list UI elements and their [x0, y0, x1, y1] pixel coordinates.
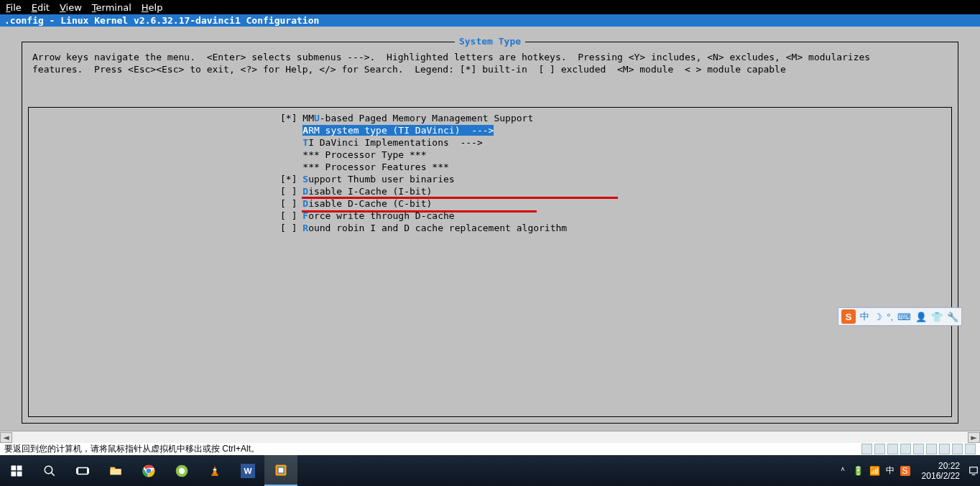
scroll-right-button[interactable]: ►: [968, 432, 980, 443]
status-icon[interactable]: [874, 444, 885, 454]
menuconfig-item[interactable]: TI DaVinci Implementations --->: [29, 136, 951, 149]
menuconfig-item[interactable]: [ ] Round robin I and D cache replacemen…: [29, 222, 951, 234]
menu-help[interactable]: Help: [142, 2, 163, 13]
svg-rect-15: [213, 469, 217, 470]
wps-button[interactable]: W: [231, 455, 264, 486]
ime-punct-icon[interactable]: °,: [887, 312, 893, 322]
svg-rect-21: [970, 467, 978, 472]
system-tray: ＾ 🔋 📶 中 S: [834, 464, 915, 477]
terminal-area: .config - Linux Kernel v2.6.32.17-davinc…: [0, 14, 980, 431]
taskbar-clock[interactable]: 20:22 2016/2/22: [915, 461, 967, 481]
menuconfig-item[interactable]: *** Processor Features ***: [29, 161, 951, 173]
menuconfig-item[interactable]: [ ] Disable I-Cache (I-bit): [29, 185, 951, 197]
svg-rect-14: [212, 474, 218, 475]
notifications-button[interactable]: [967, 455, 980, 486]
taskview-button[interactable]: [66, 455, 99, 486]
tray-ime2[interactable]: S: [900, 466, 910, 476]
tray-chevron-icon[interactable]: ＾: [838, 464, 847, 477]
menuconfig-item[interactable]: [ ] Disable D-Cache (C-bit): [29, 197, 951, 210]
ime-lang[interactable]: 中: [860, 310, 869, 323]
menuconfig-outer-box: System Type Arrow keys navigate the menu…: [22, 42, 958, 424]
windows-taskbar: W ＾ 🔋 📶 中 S 20:22 2016/2/22: [0, 455, 980, 486]
menu-file[interactable]: File: [6, 2, 22, 13]
status-icon[interactable]: [926, 444, 937, 454]
search-button[interactable]: [33, 455, 66, 486]
tray-wifi-icon[interactable]: 📶: [869, 466, 880, 476]
svg-rect-19: [278, 467, 284, 472]
status-icon[interactable]: [900, 444, 911, 454]
scroll-track[interactable]: [12, 432, 968, 443]
menu-terminal[interactable]: Terminal: [92, 2, 131, 13]
ime-badge-icon[interactable]: S: [841, 309, 856, 324]
config-title: .config - Linux Kernel v2.6.32.17-davinc…: [0, 14, 980, 27]
chrome-button[interactable]: [132, 455, 165, 486]
svg-rect-6: [78, 467, 88, 474]
tray-ime1[interactable]: 中: [886, 464, 895, 477]
start-button[interactable]: [0, 455, 33, 486]
horizontal-scrollbar[interactable]: ◄ ►: [0, 431, 980, 443]
vmware-button[interactable]: [264, 455, 297, 486]
config-body: System Type Arrow keys navigate the menu…: [0, 29, 980, 431]
scroll-left-button[interactable]: ◄: [0, 432, 12, 443]
vlc-button[interactable]: [198, 455, 231, 486]
clock-time: 20:22: [922, 461, 960, 471]
menuconfig-item[interactable]: *** Processor Type ***: [29, 149, 951, 161]
svg-rect-8: [88, 469, 89, 473]
svg-rect-2: [11, 471, 17, 476]
menuconfig-item[interactable]: [*] MMU-based Paged Memory Management Su…: [29, 112, 951, 124]
menuconfig-title: System Type: [455, 36, 525, 47]
ime-toolbar[interactable]: S 中 ☽ °, ⌨ 👤 👕 🔧: [838, 307, 962, 326]
svg-rect-7: [77, 469, 78, 473]
ime-moon-icon[interactable]: ☽: [874, 312, 882, 322]
vmware-status-icons: [861, 444, 976, 454]
status-icon[interactable]: [965, 444, 976, 454]
annotation-underline-1: [302, 197, 618, 199]
status-icon[interactable]: [913, 444, 924, 454]
svg-line-5: [51, 472, 55, 476]
vmware-hint-text: 要返回到您的计算机，请将鼠标指针从虚拟机中移出或按 Ctrl+Alt。: [4, 443, 259, 455]
menuconfig-item[interactable]: [*] Support Thumb user binaries: [29, 173, 951, 185]
terminal-menubar: File Edit View Terminal Help: [0, 0, 980, 14]
menu-view[interactable]: View: [60, 2, 82, 13]
vmware-hint-bar: 要返回到您的计算机，请将鼠标指针从虚拟机中移出或按 Ctrl+Alt。: [0, 443, 980, 455]
ime-skin-icon[interactable]: 👕: [931, 312, 943, 322]
menuconfig-list[interactable]: [*] MMU-based Paged Memory Management Su…: [28, 107, 952, 417]
status-icon[interactable]: [887, 444, 898, 454]
tray-battery-icon[interactable]: 🔋: [853, 466, 864, 476]
menuconfig-item[interactable]: ARM system type (TI DaVinci) --->: [29, 124, 951, 136]
browser-button[interactable]: [165, 455, 198, 486]
svg-text:W: W: [244, 466, 251, 475]
menu-edit[interactable]: Edit: [32, 2, 50, 13]
svg-rect-0: [11, 465, 17, 470]
ime-user-icon[interactable]: 👤: [915, 312, 927, 322]
svg-rect-9: [111, 469, 121, 475]
annotation-underline-2: [302, 210, 537, 212]
explorer-button[interactable]: [99, 455, 132, 486]
ime-keyboard-icon[interactable]: ⌨: [897, 312, 911, 322]
status-icon[interactable]: [952, 444, 963, 454]
svg-rect-3: [17, 471, 22, 476]
status-icon[interactable]: [861, 444, 872, 454]
status-icon[interactable]: [939, 444, 950, 454]
clock-date: 2016/2/22: [922, 471, 960, 481]
menuconfig-help: Arrow keys navigate the menu. <Enter> se…: [22, 42, 958, 80]
svg-point-13: [179, 467, 185, 473]
ime-tool-icon[interactable]: 🔧: [947, 312, 958, 322]
svg-point-4: [45, 466, 52, 474]
svg-rect-1: [17, 465, 22, 470]
